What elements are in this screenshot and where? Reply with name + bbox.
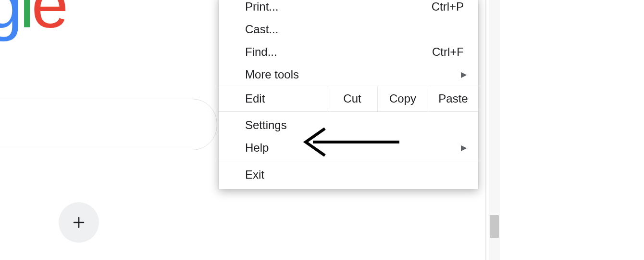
menu-label: Paste — [438, 92, 468, 105]
edit-cut-button[interactable]: Cut — [327, 86, 377, 111]
chrome-overflow-menu: Print... Ctrl+P Cast... Find... Ctrl+F M… — [219, 0, 478, 189]
search-input[interactable] — [0, 99, 217, 150]
edit-paste-button[interactable]: Paste — [428, 86, 478, 111]
menu-item-print[interactable]: Print... Ctrl+P — [219, 0, 478, 18]
chevron-right-icon: ▶ — [461, 143, 467, 152]
menu-item-more-tools[interactable]: More tools ▶ — [219, 63, 478, 86]
menu-label: Help — [245, 141, 461, 155]
menu-shortcut: Ctrl+P — [432, 0, 464, 13]
menu-label: Cut — [343, 92, 361, 105]
menu-label: Print... — [245, 0, 432, 13]
edit-copy-button[interactable]: Copy — [377, 86, 428, 111]
logo-letter-g: g — [0, 0, 20, 41]
plus-icon — [72, 216, 86, 229]
scrollbar-thumb[interactable] — [490, 215, 499, 238]
chevron-right-icon: ▶ — [461, 70, 467, 79]
logo-letter-l: l — [20, 0, 32, 41]
add-shortcut-button[interactable] — [59, 202, 99, 243]
logo-letter-e: e — [31, 0, 68, 41]
vertical-scrollbar[interactable] — [489, 0, 500, 260]
menu-item-exit[interactable]: Exit — [219, 163, 478, 186]
menu-edit-label: Edit — [219, 86, 327, 111]
menu-label: Find... — [245, 45, 432, 59]
menu-label: Copy — [389, 92, 416, 105]
content-divider — [485, 0, 486, 260]
menu-item-cast[interactable]: Cast... — [219, 18, 478, 40]
menu-item-find[interactable]: Find... Ctrl+F — [219, 40, 478, 63]
menu-label: Cast... — [245, 23, 464, 36]
menu-label: More tools — [245, 68, 461, 81]
menu-label: Edit — [245, 92, 265, 105]
menu-label: Settings — [245, 118, 464, 132]
menu-separator — [219, 161, 478, 161]
menu-shortcut: Ctrl+F — [432, 45, 464, 59]
menu-item-help[interactable]: Help ▶ — [219, 136, 478, 159]
menu-item-settings[interactable]: Settings — [219, 114, 478, 136]
google-logo: gle — [0, 0, 68, 38]
menu-label: Exit — [245, 168, 464, 182]
menu-edit-row: Edit Cut Copy Paste — [219, 86, 478, 112]
